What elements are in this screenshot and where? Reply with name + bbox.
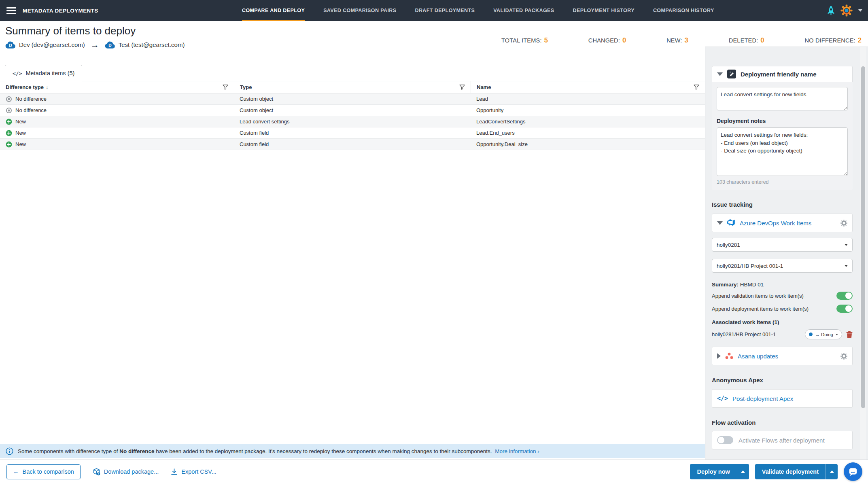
deploy-now-button[interactable]: Deploy now: [690, 464, 736, 479]
append-deployment-row: Append deployment items to work item(s): [712, 304, 853, 314]
azure-project-select[interactable]: holly0281/HB Project 001-1: [712, 259, 853, 273]
page-title: Summary of items to deploy: [5, 25, 136, 37]
activate-flows-toggle[interactable]: [717, 436, 733, 444]
deploy-now-split-button: Deploy now: [690, 464, 749, 479]
deploy-now-options-button[interactable]: [737, 464, 749, 479]
chat-bubble-icon: [848, 466, 858, 477]
table-row[interactable]: No difference Custom object Opportunity: [0, 105, 705, 116]
table-row[interactable]: No difference Custom object Lead: [0, 93, 705, 105]
download-icon: [171, 468, 178, 475]
stat-new: NEW: 3: [666, 36, 688, 44]
trash-icon[interactable]: [846, 331, 853, 338]
tab-metadata-items-label: Metadata items (5): [25, 70, 74, 76]
metadata-items-table: No difference Custom object Lead No diff…: [0, 93, 705, 150]
post-deployment-apex-card: </> Post-deployment Apex: [712, 389, 853, 408]
gear-icon[interactable]: [840, 353, 847, 360]
edit-pencil-icon: [727, 70, 736, 78]
deployment-sidebar: Deployment friendly name Lead convert se…: [705, 47, 868, 460]
app-screen: METADATA DEPLOYMENTS COMPARE AND DEPLOY …: [0, 0, 868, 483]
associated-work-items-heading: Associated work items (1): [712, 319, 853, 325]
asana-header[interactable]: Asana updates: [712, 347, 852, 365]
azure-org-select[interactable]: holly0281: [712, 238, 853, 252]
chevron-down-icon: [836, 334, 838, 335]
gear-icon[interactable]: [840, 220, 847, 227]
package-icon: [93, 468, 100, 476]
nav-item-deployment-history[interactable]: DEPLOYMENT HISTORY: [573, 0, 635, 21]
append-validation-label: Append validation items to work item(s): [712, 293, 804, 299]
append-validation-toggle[interactable]: [836, 292, 853, 300]
azure-devops-title[interactable]: Azure DevOps Work Items: [740, 220, 836, 227]
friendly-name-title: Deployment friendly name: [741, 71, 817, 78]
stat-changed: CHANGED: 0: [588, 36, 626, 44]
expand-caret-icon[interactable]: [717, 353, 721, 359]
anonymous-apex-heading: Anonymous Apex: [712, 377, 853, 383]
nav-item-validated-packages[interactable]: VALIDATED PACKAGES: [493, 0, 554, 21]
source-org: D Dev (dev@gearset.com): [5, 41, 85, 49]
azure-devops-header[interactable]: Azure DevOps Work Items: [712, 214, 852, 232]
azure-devops-icon: [727, 219, 735, 227]
more-information-link[interactable]: More information ›: [495, 448, 539, 454]
new-icon: [6, 141, 12, 148]
append-validation-row: Append validation items to work item(s): [712, 291, 853, 301]
asana-title[interactable]: Asana updates: [738, 353, 836, 360]
target-org-cloud-icon: D: [105, 41, 115, 49]
stat-total-items: TOTAL ITEMS: 5: [501, 36, 548, 44]
stat-changed-value: 0: [622, 36, 626, 44]
column-header-difference-type[interactable]: Difference type↓: [0, 81, 234, 93]
account-menu-caret-icon[interactable]: [858, 9, 862, 12]
tab-metadata-items[interactable]: </> Metadata items (5): [5, 65, 82, 81]
status-label: → Doing: [815, 332, 833, 337]
filter-icon[interactable]: [223, 85, 228, 90]
stat-new-value: 3: [685, 36, 688, 44]
column-header-name[interactable]: Name: [471, 81, 705, 93]
table-row[interactable]: New Custom field Opportunity.Deal_size: [0, 139, 705, 150]
work-item-summary: Summary: HBMD 01: [712, 282, 853, 288]
nav-item-saved-comparison-pairs[interactable]: SAVED COMPARISON PAIRS: [323, 0, 396, 21]
work-item-status-dropdown[interactable]: → Doing: [805, 329, 842, 339]
filter-icon[interactable]: [459, 85, 465, 90]
app-title: METADATA DEPLOYMENTS: [23, 8, 98, 14]
sort-desc-icon: ↓: [46, 84, 49, 90]
nav-item-compare-and-deploy[interactable]: COMPARE AND DEPLOY: [242, 0, 305, 21]
work-item-name: holly0281/HB Project 001-1: [712, 331, 801, 337]
filter-icon[interactable]: [694, 85, 699, 90]
download-package-button[interactable]: Download package...: [93, 468, 159, 476]
azure-devops-section: Azure DevOps Work Items: [712, 214, 853, 232]
top-nav: METADATA DEPLOYMENTS COMPARE AND DEPLOY …: [0, 0, 868, 21]
friendly-name-header[interactable]: Deployment friendly name: [712, 66, 853, 82]
deployment-notes-input[interactable]: Lead convert settings for new fields: - …: [717, 127, 848, 176]
friendly-name-section: Deployment friendly name Lead convert se…: [712, 66, 853, 190]
friendly-name-input[interactable]: Lead convert settings for new fields: [717, 87, 848, 110]
sidebar-scrollbar-thumb[interactable]: [861, 66, 865, 408]
deploy-direction-arrow-icon: →: [91, 40, 99, 49]
validate-deployment-button[interactable]: Validate deployment: [755, 464, 826, 479]
no-difference-icon: [6, 107, 12, 114]
back-arrow-icon: ←: [13, 468, 19, 475]
menu-icon[interactable]: [6, 7, 16, 14]
chat-fab-button[interactable]: [844, 462, 862, 481]
info-bar: Some components with difference type of …: [0, 444, 705, 458]
nav-item-draft-deployments[interactable]: DRAFT DEPLOYMENTS: [415, 0, 475, 21]
stat-deleted: DELETED: 0: [729, 36, 764, 44]
collapse-caret-icon[interactable]: [717, 221, 723, 225]
collapse-caret-icon[interactable]: [717, 72, 723, 76]
gearset-logo-icon[interactable]: [840, 4, 853, 17]
column-header-type[interactable]: Type: [234, 81, 471, 93]
post-deployment-apex-link[interactable]: </> Post-deployment Apex: [712, 390, 852, 407]
append-deployment-toggle[interactable]: [836, 305, 853, 313]
friendly-name-body: Lead convert settings for new fields Dep…: [712, 82, 853, 190]
table-header: Difference type↓ Type Name: [0, 81, 705, 93]
validate-deployment-split-button: Validate deployment: [755, 464, 838, 479]
validate-deployment-options-button[interactable]: [826, 464, 838, 479]
flow-activation-heading: Flow activation: [712, 419, 853, 426]
code-icon: </>: [13, 70, 22, 76]
table-row[interactable]: New Custom field Lead.End_users: [0, 127, 705, 139]
table-row[interactable]: New Lead convert settings LeadConvertSet…: [0, 116, 705, 127]
export-csv-button[interactable]: Export CSV...: [171, 468, 216, 475]
stat-no-difference: NO DIFFERENCE: 2: [805, 36, 862, 44]
rocket-icon[interactable]: [827, 5, 835, 16]
nav-item-comparison-history[interactable]: COMPARISON HISTORY: [653, 0, 714, 21]
flow-activation-card: Activate Flows after deployment: [712, 431, 853, 449]
status-dot-icon: [809, 333, 813, 336]
back-to-comparison-button[interactable]: ← Back to comparison: [6, 464, 81, 479]
